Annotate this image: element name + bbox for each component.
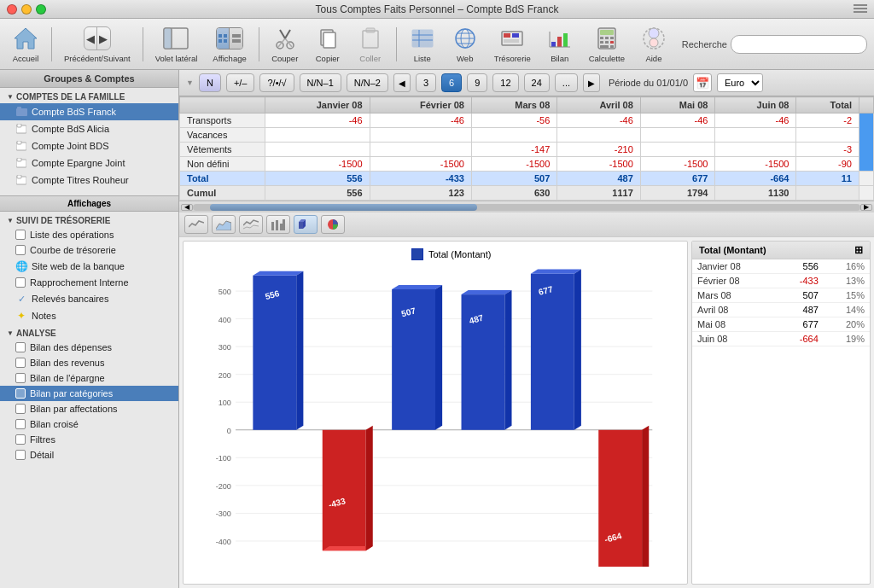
sidebar-toggle-button[interactable]: Volet latéral	[150, 21, 203, 67]
account-item-2[interactable]: Compte Joint BDS	[0, 137, 178, 154]
suivi-item-2[interactable]: 🌐 Site web de la banque	[0, 258, 178, 275]
scroll-placeholder	[859, 172, 874, 186]
scroll-thumb[interactable]	[210, 204, 477, 211]
window-controls[interactable]	[7, 4, 46, 15]
col-header-jun: Juin 08	[715, 97, 796, 114]
chart-btn-line2[interactable]	[239, 215, 263, 234]
svg-text:-200: -200	[216, 482, 231, 491]
analyse-item-0[interactable]: Bilan des dépenses	[0, 340, 178, 355]
bar-apr-right	[504, 290, 511, 430]
comptes-famille-section: ▼ COMPTES DE LA FAMILLE	[0, 88, 178, 103]
minimize-button[interactable]	[21, 4, 32, 15]
suivi-item-5[interactable]: ✦ Notes	[0, 307, 178, 324]
qmark-button[interactable]: ?/•/√	[259, 73, 294, 92]
analyse-item-3[interactable]: Bilan par catégories	[0, 386, 178, 401]
prev-button[interactable]: ◀	[84, 27, 97, 49]
analyse-item-1[interactable]: Bilan des revenus	[0, 355, 178, 370]
svg-rect-36	[551, 42, 556, 47]
close-button[interactable]	[7, 4, 17, 15]
period-24-button[interactable]: 24	[524, 73, 550, 92]
n-button[interactable]: N	[199, 73, 221, 92]
period-next-button[interactable]: ▶	[583, 73, 600, 92]
suivi-item-0[interactable]: Liste des opérations	[0, 227, 178, 242]
list-button[interactable]: Liste	[404, 21, 441, 67]
affichages-header: Affichages	[0, 195, 178, 212]
prev-next-button[interactable]: ◀ ▶ Précédent/Suivant	[59, 21, 136, 67]
calendar-button[interactable]: 📅	[693, 73, 712, 92]
row-transports-jan: -46	[265, 114, 370, 128]
window-resize[interactable]	[854, 4, 867, 15]
web-button[interactable]: Web	[446, 21, 484, 67]
report-button[interactable]: Bilan	[541, 21, 579, 67]
paste-button[interactable]: Coller	[352, 21, 389, 67]
search-input[interactable]	[731, 35, 867, 54]
svg-rect-9	[218, 39, 222, 43]
suivi-item-3[interactable]: Rapprochement Interne	[0, 275, 178, 290]
display-button[interactable]: Affichage	[207, 21, 251, 67]
period-3-button[interactable]: 3	[416, 73, 436, 92]
row-vetements-total: -3	[796, 143, 859, 157]
analyse-item-4[interactable]: Bilan par affectations	[0, 401, 178, 416]
checkbox-icon-a3	[15, 388, 26, 399]
copy-button[interactable]: Copier	[309, 21, 347, 67]
account-item-0[interactable]: Compte BdS Franck	[0, 103, 178, 120]
home-button[interactable]: Accueil	[7, 21, 44, 67]
account-item-4[interactable]: Compte Titres Rouheur	[0, 172, 178, 189]
account-item-1[interactable]: Compte BdS Alicia	[0, 120, 178, 137]
calculator-button[interactable]: Calculette	[584, 21, 630, 67]
scroll-left-arrow[interactable]: ◀	[181, 204, 193, 211]
account-icon-2	[15, 140, 27, 152]
analyse-item-5[interactable]: Bilan croisé	[0, 416, 178, 432]
period-12-button[interactable]: 12	[492, 73, 518, 92]
section-triangle: ▼	[7, 93, 14, 101]
cut-button[interactable]: Couper	[266, 21, 304, 67]
row-transports-total: -2	[796, 114, 859, 128]
n-minus-2-button[interactable]: N/N–2	[347, 73, 388, 92]
period-prev-button[interactable]: ◀	[393, 73, 411, 92]
view-btn-1[interactable]	[217, 28, 230, 49]
scroll-thumb[interactable]	[859, 114, 874, 172]
copy-icon	[314, 25, 341, 52]
currency-select[interactable]: Euro	[717, 73, 763, 92]
horizontal-scrollbar[interactable]: ◀ ▶	[179, 201, 874, 212]
chart-btn-area1[interactable]	[212, 215, 236, 234]
view-btn-2[interactable]	[230, 28, 242, 49]
period-6-button[interactable]: 6	[441, 73, 462, 92]
n-minus-1-button[interactable]: N/N–1	[300, 73, 341, 92]
row-vetements-apr: -210	[557, 143, 641, 157]
chart-btn-line1[interactable]	[184, 215, 208, 234]
chart-btn-bar1[interactable]	[266, 215, 290, 234]
suivi-item-1[interactable]: Courbe de trésorerie	[0, 242, 178, 258]
svg-rect-22	[363, 31, 378, 48]
svg-rect-37	[557, 37, 562, 47]
title-bar: Tous Comptes Faits Personnel – Compte Bd…	[0, 0, 874, 19]
web-label: Web	[457, 54, 473, 63]
table-row-total: Total 556 -433 507 487 677 -664 11	[180, 172, 874, 186]
row-cumul-jan: 556	[265, 186, 370, 201]
svg-rect-8	[224, 34, 227, 38]
checkbox-icon-0	[15, 230, 26, 240]
legend-color-box	[411, 248, 423, 260]
period-9-button[interactable]: 9	[467, 73, 487, 92]
analyse-item-2[interactable]: Bilan de l'épargne	[0, 370, 178, 386]
row-vacances-mar	[471, 128, 556, 143]
plus-minus-button[interactable]: +/–	[226, 73, 255, 92]
account-item-3[interactable]: Compte Epargne Joint	[0, 154, 178, 172]
suivi-item-4[interactable]: ✓ Relevés bancaires	[0, 290, 178, 307]
next-button[interactable]: ▶	[97, 27, 110, 49]
chart-sidebar-title: Total (Montant) ⊞	[692, 242, 870, 259]
scroll-track[interactable]	[193, 204, 860, 211]
maximize-button[interactable]	[36, 4, 46, 15]
chart-btn-bar3d[interactable]	[294, 215, 318, 234]
display-label: Affichage	[213, 54, 246, 63]
chart-btn-pie[interactable]	[321, 215, 345, 234]
analyse-item-7[interactable]: Détail	[0, 447, 178, 463]
account-icon-1	[15, 123, 27, 135]
svg-rect-61	[17, 158, 21, 161]
bar-jan-top	[253, 271, 303, 276]
scroll-right-arrow[interactable]: ▶	[860, 204, 872, 211]
treasury-button[interactable]: Trésorerie	[489, 21, 536, 67]
analyse-item-6[interactable]: Filtres	[0, 432, 178, 447]
help-button[interactable]: Aide	[635, 21, 673, 67]
period-ellipsis-button[interactable]: ...	[555, 73, 578, 92]
